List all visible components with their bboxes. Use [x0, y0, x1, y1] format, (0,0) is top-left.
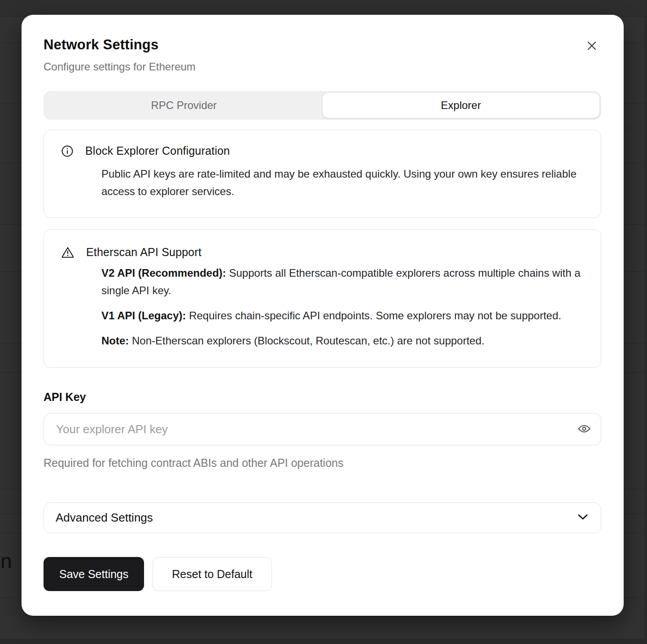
warning-item-v2: V2 API (Recommended): Supports all Ether…: [101, 264, 583, 299]
save-settings-button[interactable]: Save Settings: [44, 557, 144, 591]
background-header-strip: [0, 0, 647, 16]
warning-item-note: Note: Non-Etherscan explorers (Blockscou…: [101, 332, 583, 349]
warning-item-note-label: Note:: [101, 335, 129, 347]
api-key-input[interactable]: [44, 413, 601, 445]
warning-card-title: Etherscan API Support: [86, 246, 201, 259]
reset-to-default-button[interactable]: Reset to Default: [153, 557, 271, 591]
warning-item-note-text: Non-Etherscan explorers (Blockscout, Rou…: [129, 335, 484, 347]
block-explorer-info-card: Block Explorer Configuration Public API …: [44, 130, 601, 218]
dialog-header: Network Settings Configure settings for …: [44, 37, 601, 73]
info-icon: [61, 145, 74, 157]
info-card-body: Public API keys are rate-limited and may…: [101, 165, 583, 200]
tab-rpc-provider[interactable]: RPC Provider: [45, 93, 323, 118]
api-key-input-wrap: [44, 413, 601, 445]
dialog-subtitle: Configure settings for Ethereum: [44, 61, 601, 73]
dialog-footer: Save Settings Reset to Default: [44, 557, 601, 591]
advanced-settings-toggle[interactable]: Advanced Settings: [44, 502, 601, 533]
warning-card-body: V2 API (Recommended): Supports all Ether…: [101, 264, 583, 349]
close-button[interactable]: [583, 37, 601, 55]
advanced-settings-label: Advanced Settings: [56, 511, 577, 525]
tab-explorer[interactable]: Explorer: [323, 93, 600, 118]
warning-item-v1-text: Requires chain-specific API endpoints. S…: [186, 309, 561, 322]
close-icon: [586, 39, 598, 53]
chevron-down-icon: [577, 514, 588, 522]
toggle-visibility-button[interactable]: [573, 418, 595, 440]
info-card-title: Block Explorer Configuration: [85, 144, 230, 157]
warning-icon: [61, 246, 74, 259]
dialog-title: Network Settings: [44, 37, 601, 53]
background-right-edge: [645, 0, 647, 644]
api-key-label: API Key: [44, 391, 601, 404]
network-settings-dialog: Network Settings Configure settings for …: [22, 15, 624, 616]
background-truncated-text: n: [0, 549, 12, 573]
api-key-helper-text: Required for fetching contract ABIs and …: [44, 457, 601, 470]
eye-icon: [577, 424, 591, 435]
warning-item-v2-label: V2 API (Recommended):: [101, 267, 226, 279]
warning-item-v1-label: V1 API (Legacy):: [101, 309, 186, 322]
warning-item-v1: V1 API (Legacy): Requires chain-specific…: [101, 307, 583, 324]
settings-tab-bar: RPC Provider Explorer: [44, 91, 601, 120]
etherscan-warning-card: Etherscan API Support V2 API (Recommende…: [44, 229, 601, 368]
background-footer-strip: [0, 639, 647, 644]
